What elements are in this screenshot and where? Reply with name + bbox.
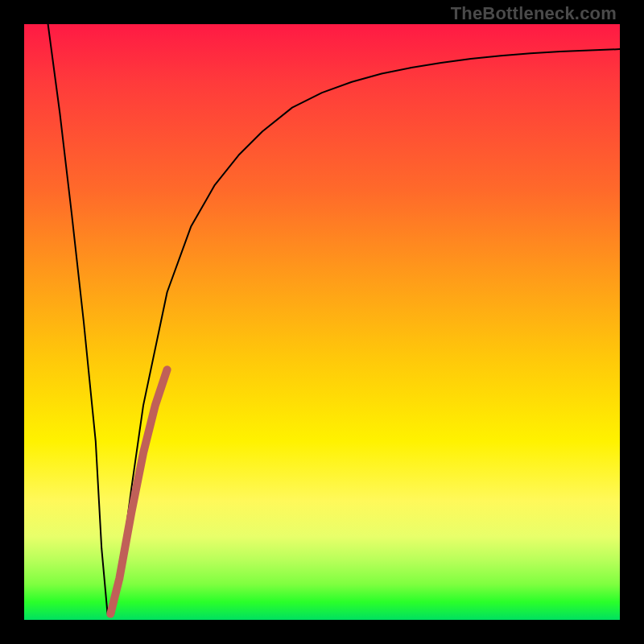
chart-frame: TheBottleneck.com — [0, 0, 644, 644]
watermark-text: TheBottleneck.com — [451, 3, 617, 24]
plot-area — [24, 24, 620, 620]
chart-svg — [24, 24, 620, 620]
series-bottleneck-curve — [48, 24, 620, 614]
series-highlight-segment — [110, 369, 167, 613]
